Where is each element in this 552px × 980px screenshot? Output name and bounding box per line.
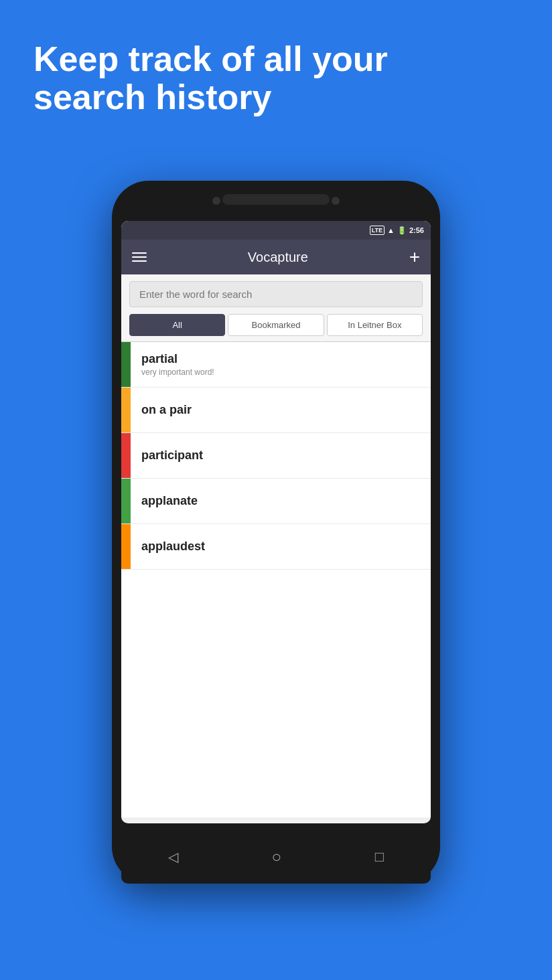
word-list: partial very important word! on a pair p… — [121, 342, 431, 817]
hero-title: Keep track of all your search history — [33, 40, 402, 116]
color-indicator — [121, 342, 131, 387]
tabs-container: All Bookmarked In Leitner Box — [121, 314, 431, 342]
word-name: applaudest — [141, 540, 205, 554]
list-item[interactable]: participant — [121, 433, 431, 479]
phone-speaker — [222, 194, 330, 205]
phone-camera-right — [332, 197, 340, 205]
word-content: applanate — [131, 479, 208, 523]
color-indicator — [121, 388, 131, 432]
word-content: participant — [131, 433, 214, 478]
status-bar: LTE ▲ 🔋 2:56 — [121, 221, 431, 240]
phone-camera-left — [212, 197, 220, 205]
word-content: partial very important word! — [131, 342, 225, 387]
word-subtitle: very important word! — [141, 368, 214, 377]
search-input[interactable] — [129, 281, 423, 307]
search-container — [121, 274, 431, 314]
word-content: on a pair — [131, 388, 202, 432]
tab-bookmarked[interactable]: Bookmarked — [228, 314, 324, 336]
battery-icon: 🔋 — [397, 226, 407, 235]
nav-back-button[interactable] — [168, 848, 178, 866]
list-item[interactable]: partial very important word! — [121, 342, 431, 388]
status-bar-icons: LTE ▲ 🔋 2:56 — [370, 226, 424, 235]
app-title: Vocapture — [248, 250, 308, 265]
word-name: on a pair — [141, 403, 192, 417]
menu-button[interactable] — [132, 252, 147, 262]
list-item[interactable]: applanate — [121, 479, 431, 524]
tab-leitner[interactable]: In Leitner Box — [327, 314, 423, 336]
color-indicator — [121, 433, 131, 478]
phone-mockup: LTE ▲ 🔋 2:56 Vocapture + — [112, 181, 440, 884]
nav-recent-button[interactable] — [375, 848, 384, 866]
phone-nav-bar — [121, 830, 431, 884]
color-indicator — [121, 524, 131, 569]
phone-shell: LTE ▲ 🔋 2:56 Vocapture + — [112, 181, 440, 884]
list-item[interactable]: applaudest — [121, 524, 431, 570]
nav-home-button[interactable] — [272, 847, 282, 866]
time-display: 2:56 — [409, 226, 424, 234]
tab-all[interactable]: All — [129, 314, 225, 336]
add-button[interactable]: + — [409, 248, 420, 266]
color-indicator — [121, 479, 131, 523]
signal-icon: ▲ — [387, 226, 395, 234]
app-toolbar: Vocapture + — [121, 240, 431, 274]
list-item[interactable]: on a pair — [121, 388, 431, 433]
word-name: applanate — [141, 494, 198, 508]
lte-badge: LTE — [370, 226, 385, 235]
word-name: partial — [141, 352, 214, 366]
word-name: participant — [141, 448, 203, 463]
phone-screen: LTE ▲ 🔋 2:56 Vocapture + — [121, 221, 431, 823]
word-content: applaudest — [131, 524, 216, 569]
